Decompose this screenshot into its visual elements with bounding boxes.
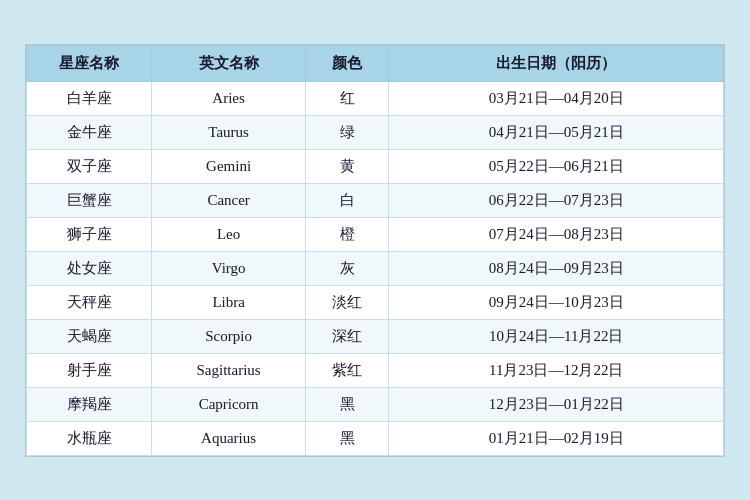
cell-cn: 水瓶座 (27, 421, 152, 455)
cell-color: 绿 (305, 115, 389, 149)
cell-cn: 双子座 (27, 149, 152, 183)
table-row: 摩羯座Capricorn黑12月23日—01月22日 (27, 387, 724, 421)
table-row: 白羊座Aries红03月21日—04月20日 (27, 81, 724, 115)
cell-date: 12月23日—01月22日 (389, 387, 724, 421)
cell-en: Scorpio (152, 319, 305, 353)
cell-cn: 巨蟹座 (27, 183, 152, 217)
cell-date: 06月22日—07月23日 (389, 183, 724, 217)
cell-date: 05月22日—06月21日 (389, 149, 724, 183)
cell-color: 黄 (305, 149, 389, 183)
table-header-row: 星座名称 英文名称 颜色 出生日期（阳历） (27, 45, 724, 81)
cell-cn: 狮子座 (27, 217, 152, 251)
cell-en: Libra (152, 285, 305, 319)
cell-date: 09月24日—10月23日 (389, 285, 724, 319)
cell-en: Aquarius (152, 421, 305, 455)
cell-cn: 金牛座 (27, 115, 152, 149)
cell-color: 黑 (305, 421, 389, 455)
cell-date: 07月24日—08月23日 (389, 217, 724, 251)
cell-color: 橙 (305, 217, 389, 251)
cell-en: Cancer (152, 183, 305, 217)
cell-cn: 白羊座 (27, 81, 152, 115)
cell-en: Aries (152, 81, 305, 115)
cell-color: 黑 (305, 387, 389, 421)
cell-en: Leo (152, 217, 305, 251)
cell-en: Virgo (152, 251, 305, 285)
zodiac-table: 星座名称 英文名称 颜色 出生日期（阳历） 白羊座Aries红03月21日—04… (26, 45, 724, 456)
header-date: 出生日期（阳历） (389, 45, 724, 81)
cell-date: 10月24日—11月22日 (389, 319, 724, 353)
cell-cn: 天蝎座 (27, 319, 152, 353)
header-cn: 星座名称 (27, 45, 152, 81)
cell-date: 01月21日—02月19日 (389, 421, 724, 455)
header-color: 颜色 (305, 45, 389, 81)
table-row: 天秤座Libra淡红09月24日—10月23日 (27, 285, 724, 319)
cell-cn: 天秤座 (27, 285, 152, 319)
table-row: 巨蟹座Cancer白06月22日—07月23日 (27, 183, 724, 217)
table-row: 射手座Sagittarius紫红11月23日—12月22日 (27, 353, 724, 387)
zodiac-table-wrapper: 星座名称 英文名称 颜色 出生日期（阳历） 白羊座Aries红03月21日—04… (25, 44, 725, 457)
cell-color: 淡红 (305, 285, 389, 319)
table-row: 金牛座Taurus绿04月21日—05月21日 (27, 115, 724, 149)
cell-en: Sagittarius (152, 353, 305, 387)
cell-color: 白 (305, 183, 389, 217)
table-row: 天蝎座Scorpio深红10月24日—11月22日 (27, 319, 724, 353)
cell-en: Taurus (152, 115, 305, 149)
cell-color: 紫红 (305, 353, 389, 387)
cell-color: 深红 (305, 319, 389, 353)
cell-color: 红 (305, 81, 389, 115)
cell-date: 04月21日—05月21日 (389, 115, 724, 149)
table-row: 水瓶座Aquarius黑01月21日—02月19日 (27, 421, 724, 455)
cell-cn: 摩羯座 (27, 387, 152, 421)
cell-date: 03月21日—04月20日 (389, 81, 724, 115)
cell-date: 08月24日—09月23日 (389, 251, 724, 285)
cell-en: Capricorn (152, 387, 305, 421)
cell-date: 11月23日—12月22日 (389, 353, 724, 387)
table-row: 双子座Gemini黄05月22日—06月21日 (27, 149, 724, 183)
table-row: 狮子座Leo橙07月24日—08月23日 (27, 217, 724, 251)
cell-color: 灰 (305, 251, 389, 285)
header-en: 英文名称 (152, 45, 305, 81)
table-row: 处女座Virgo灰08月24日—09月23日 (27, 251, 724, 285)
cell-cn: 射手座 (27, 353, 152, 387)
cell-en: Gemini (152, 149, 305, 183)
cell-cn: 处女座 (27, 251, 152, 285)
